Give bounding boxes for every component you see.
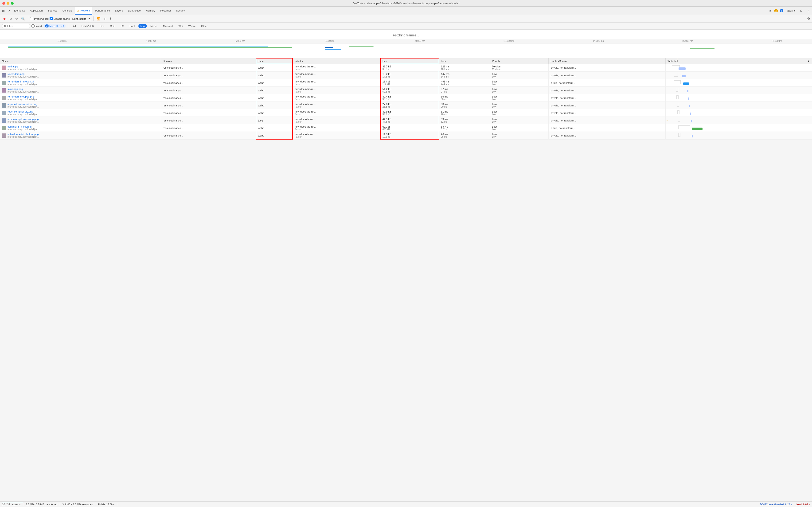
waterfall-bar — [682, 75, 686, 77]
maximize-button[interactable] — [11, 2, 14, 5]
table-row[interactable]: react-compiler-pic.pngres.cloudinary.com… — [0, 109, 812, 117]
type-filter-manifest[interactable]: Manifest — [161, 24, 175, 28]
inspect-icon[interactable]: ↗ — [6, 8, 11, 13]
tab-network[interactable]: ⚠ Network — [75, 7, 92, 14]
cell-time: 493 ms444 ms — [439, 79, 490, 87]
waterfall-bar — [692, 135, 693, 137]
cell-priority: MediumMedium — [490, 64, 548, 72]
throttle-select[interactable]: No throttling — [71, 17, 92, 21]
type-filter-css[interactable]: CSS — [108, 24, 117, 28]
more-tabs-button[interactable]: » — [768, 8, 772, 13]
network-settings-button[interactable]: ⚙ — [807, 17, 810, 21]
cell-domain: res.cloudinary.c... — [161, 117, 256, 124]
cell-waterfall — [665, 109, 812, 117]
table-row[interactable]: slow-app.pngres.cloudinary.com/dzdb1jkx.… — [0, 87, 812, 94]
devtools-settings-button[interactable]: ⚙ — [799, 8, 804, 13]
col-header-type[interactable]: Type — [256, 58, 293, 64]
table-row[interactable]: app-under-re-renders.pngres.cloudinary.c… — [0, 102, 812, 109]
table-row[interactable]: react-compiler-working.pngres.cloudinary… — [0, 117, 812, 124]
stop-button[interactable]: ⊘ — [8, 16, 13, 21]
wifi-icon: 📶 — [97, 17, 100, 20]
type-filter-ws[interactable]: WS — [176, 24, 185, 28]
search-icon: 🔍 — [21, 17, 25, 20]
col-header-time[interactable]: Time — [439, 58, 490, 64]
type-filter-fetch-xhr[interactable]: Fetch/XHR — [79, 24, 96, 28]
filter-bar: ⊙ Invert 2 More filters ▾ All Fetch/XHR … — [0, 22, 812, 30]
tab-performance[interactable]: Performance — [93, 7, 112, 14]
table-row[interactable]: re-renders-in-motion.gifres.cloudinary.c… — [0, 79, 812, 87]
waterfall-bar-wrapper — [678, 118, 680, 122]
record-button[interactable]: ⏺ — [2, 16, 7, 21]
tab-console[interactable]: Console — [60, 7, 74, 14]
cell-name: compiler-in-motion.gifres.cloudinary.com… — [0, 124, 161, 132]
col-header-size[interactable]: Size — [381, 58, 439, 64]
tab-elements[interactable]: Elements — [12, 7, 27, 14]
table-row[interactable]: initial-load-stats-before.pngres.cloudin… — [0, 132, 812, 139]
toggle-device-icon[interactable]: ⊞ — [1, 8, 6, 13]
cell-name: react-compiler-working.pngres.cloudinary… — [0, 117, 161, 124]
tab-lighthouse[interactable]: Lighthouse — [126, 7, 143, 14]
cell-initiator: how-does-the-re...Parser — [293, 94, 381, 102]
window-title: DevTools - calendar.perfplanet.com/2024/… — [353, 2, 459, 5]
main-target-button[interactable]: Main ▾ — [785, 8, 797, 13]
waterfall-cursor-line — [677, 58, 677, 64]
tab-application[interactable]: Application — [28, 7, 45, 14]
filter-toggle-button[interactable]: ⊙ — [14, 16, 19, 21]
type-filter-media[interactable]: Media — [148, 24, 160, 28]
toolbar-separator-1 — [28, 16, 28, 21]
record-icon: ⏺ — [3, 17, 6, 20]
col-header-waterfall[interactable]: Waterfall ▼ — [665, 58, 812, 64]
minimize-button[interactable] — [7, 2, 9, 5]
col-header-priority[interactable]: Priority — [490, 58, 548, 64]
type-filter-js[interactable]: JS — [119, 24, 126, 28]
tab-recorder[interactable]: Recorder — [158, 7, 173, 14]
invert-checkbox[interactable]: Invert — [32, 24, 42, 27]
cell-type: webp — [256, 64, 293, 72]
cell-time: 3.67 s3.61 s — [439, 124, 490, 132]
close-button[interactable] — [2, 2, 5, 5]
col-header-name[interactable]: Name — [0, 58, 161, 64]
table-row[interactable]: compiler-in-motion.gifres.cloudinary.com… — [0, 124, 812, 132]
waterfall-bar-wrapper — [674, 73, 678, 76]
devtools-more-button[interactable]: ⋮ — [806, 8, 811, 13]
download-button[interactable]: ⬇ — [108, 16, 113, 21]
waterfall-bar-wrapper — [674, 80, 681, 84]
table-row[interactable]: re-renders.pngres.cloudinary.com/dzdb1jk… — [0, 72, 812, 79]
type-filter-font[interactable]: Font — [128, 24, 137, 28]
col-header-cache[interactable]: Cache-Control — [548, 58, 665, 64]
type-filter-wasm[interactable]: Wasm — [186, 24, 197, 28]
type-filter-doc[interactable]: Doc — [98, 24, 107, 28]
ruler-mark-10000: 10,000 ms — [414, 40, 425, 42]
timeline-bar-4 — [325, 49, 341, 50]
preserve-log-checkbox[interactable]: Preserve log — [30, 17, 49, 20]
timeline-ruler: 2,000 ms 4,000 ms 6,000 ms 8,000 ms 10,0… — [0, 39, 812, 44]
disable-cache-checkbox[interactable]: Disable cache — [50, 17, 70, 20]
disable-cache-input[interactable] — [50, 17, 53, 20]
type-filter-all[interactable]: All — [71, 24, 78, 28]
type-filter-other[interactable]: Other — [199, 24, 210, 28]
tab-memory[interactable]: Memory — [143, 7, 158, 14]
preserve-log-input[interactable] — [30, 17, 33, 20]
invert-input[interactable] — [32, 24, 35, 27]
upload-button[interactable]: ⬆ — [103, 16, 107, 21]
cell-time: 33 ms29 ms — [439, 102, 490, 109]
type-filter-img[interactable]: Img — [138, 24, 147, 28]
filter-input[interactable] — [7, 25, 21, 27]
network-toolbar: ⏺ ⊘ ⊙ 🔍 Preserve log Disable cache No th… — [0, 15, 812, 22]
cell-cache: private, no-transform... — [548, 102, 665, 109]
col-header-domain[interactable]: Domain — [161, 58, 256, 64]
stop-icon: ⊘ — [9, 17, 12, 20]
wifi-icon-button[interactable]: 📶 — [96, 16, 102, 21]
waterfall-bar-wrapper — [677, 95, 679, 99]
more-filters-button[interactable]: 2 More filters ▾ — [44, 24, 66, 28]
tab-layers[interactable]: Layers — [113, 7, 125, 14]
col-header-initiator[interactable]: Initiator — [293, 58, 381, 64]
tab-security[interactable]: Security — [174, 7, 188, 14]
timeline-bar-vertical — [325, 47, 333, 48]
tab-sources[interactable]: Sources — [46, 7, 60, 14]
table-row[interactable]: nadia.jpgres.cloudinary.com/dzdb1jkx...r… — [0, 64, 812, 72]
table-row[interactable]: re-renders-stopped.pngres.cloudinary.com… — [0, 94, 812, 102]
search-button[interactable]: 🔍 — [20, 16, 26, 21]
cell-size: 32.9 kB32.2 kB — [381, 109, 439, 117]
cell-time: 147 ms145 ms — [439, 72, 490, 79]
